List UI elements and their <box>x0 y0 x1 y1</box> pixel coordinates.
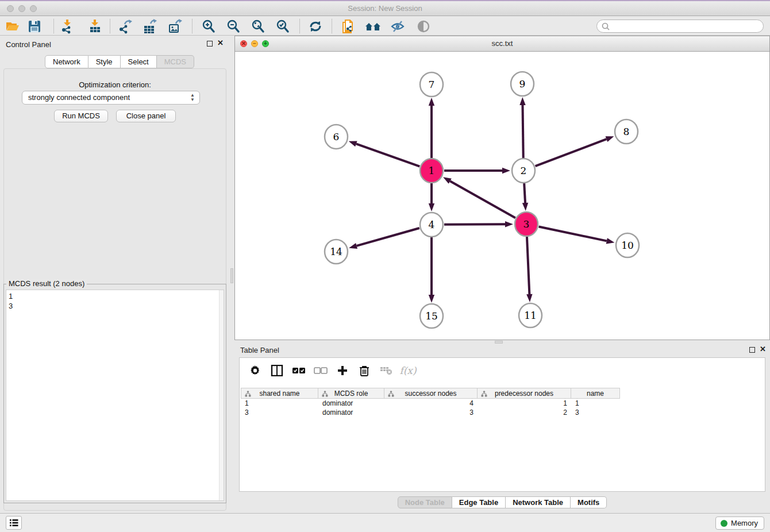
delete-table-icon[interactable] <box>378 363 395 379</box>
open-session-icon[interactable] <box>2 18 23 34</box>
graph-edge-3-11[interactable] <box>527 237 529 294</box>
close-network-button[interactable]: ✕ <box>240 40 247 47</box>
close-panel-icon[interactable]: ✕ <box>217 38 224 47</box>
task-history-list-icon[interactable] <box>6 516 22 530</box>
graph-node-4[interactable]: 4 <box>420 213 443 237</box>
cell-shared-name[interactable]: 3 <box>241 408 318 417</box>
splitter-grip[interactable] <box>495 341 503 344</box>
unselect-all-columns-icon[interactable] <box>312 363 329 379</box>
show-columns-icon[interactable] <box>268 363 286 379</box>
vertical-splitter[interactable] <box>230 36 234 513</box>
column-header-name[interactable]: name <box>571 388 620 399</box>
refresh-network-icon[interactable] <box>305 18 326 34</box>
tab-select[interactable]: Select <box>121 55 157 68</box>
tab-motifs[interactable]: Motifs <box>571 496 607 508</box>
close-table-panel-icon[interactable]: ✕ <box>760 345 766 353</box>
tab-network-table[interactable]: Network Table <box>506 496 571 508</box>
graph-node-6[interactable]: 6 <box>325 125 348 149</box>
minimize-window-button[interactable] <box>18 5 25 12</box>
graph-node-7[interactable]: 7 <box>420 72 443 97</box>
graph-node-14[interactable]: 14 <box>325 240 348 264</box>
graph-edge-arrow-4-14[interactable] <box>349 243 357 249</box>
graph-edge-arrow-2-3[interactable] <box>522 203 528 211</box>
memory-button[interactable]: Memory <box>715 516 764 530</box>
column-header-predecessor-nodes[interactable]: predecessor nodes <box>478 388 571 399</box>
horizontal-splitter[interactable] <box>234 340 770 345</box>
graph-edge-3-1[interactable] <box>450 181 515 218</box>
zoom-window-button[interactable] <box>30 5 37 12</box>
column-header-shared-name[interactable]: shared name <box>241 388 318 399</box>
graph-edge-arrow-1-7[interactable] <box>429 98 434 106</box>
graph-edge-arrow-1-6[interactable] <box>349 141 357 147</box>
graph-edge-4-3[interactable] <box>444 224 505 225</box>
splitter-grip[interactable] <box>230 268 233 283</box>
graph-node-15[interactable]: 15 <box>420 304 443 328</box>
cell-successor-nodes[interactable]: 4 <box>384 399 478 408</box>
tab-network[interactable]: Network <box>45 55 88 68</box>
first-neighbors-icon[interactable] <box>363 18 383 34</box>
tab-node-table[interactable]: Node Table <box>398 496 452 508</box>
cell-predecessor-nodes[interactable]: 1 <box>478 399 571 408</box>
create-column-plus-icon[interactable] <box>334 363 351 379</box>
clone-network-icon[interactable] <box>337 18 358 34</box>
close-panel-button[interactable]: Close panel <box>116 110 176 122</box>
graph-edge-arrow-4-3[interactable] <box>505 221 513 227</box>
mcds-result-text[interactable]: 1 3 <box>6 290 224 501</box>
cell-name[interactable]: 1 <box>571 399 620 408</box>
cell-name[interactable]: 3 <box>571 408 620 417</box>
maximize-network-button[interactable]: + <box>262 40 269 47</box>
graph-node-9[interactable]: 9 <box>511 72 534 96</box>
function-builder-icon[interactable]: f(x) <box>399 363 417 379</box>
search-box[interactable] <box>596 20 764 33</box>
zoom-selected-icon[interactable] <box>272 18 293 34</box>
cell-predecessor-nodes[interactable]: 2 <box>478 408 571 417</box>
graph-edge-arrow-3-10[interactable] <box>606 238 615 244</box>
graph-node-2[interactable]: 2 <box>512 159 535 183</box>
cell-successor-nodes[interactable]: 3 <box>384 408 478 417</box>
graph-node-11[interactable]: 11 <box>519 303 542 327</box>
float-table-panel-icon[interactable] <box>749 347 755 353</box>
table-row[interactable]: 1 dominator 4 1 1 <box>241 399 620 408</box>
network-graph[interactable]: 1234678910111415 <box>235 52 769 340</box>
graph-edge-2-8[interactable] <box>536 139 607 166</box>
export-table-icon[interactable] <box>140 18 160 34</box>
cell-mcds-role[interactable]: dominator <box>318 399 384 408</box>
graph-edge-arrow-2-8[interactable] <box>606 136 614 142</box>
graph-node-1[interactable]: 1 <box>420 159 443 183</box>
export-image-icon[interactable] <box>165 18 186 34</box>
table-settings-gear-icon[interactable] <box>247 363 264 379</box>
tab-style[interactable]: Style <box>88 55 121 68</box>
zoom-fit-icon[interactable] <box>248 18 268 34</box>
graph-edge-arrow-3-1[interactable] <box>443 177 452 183</box>
graph-edge-arrow-4-15[interactable] <box>429 295 434 303</box>
delete-column-trash-icon[interactable] <box>356 363 373 379</box>
search-input[interactable] <box>610 22 754 30</box>
hide-selected-icon[interactable] <box>387 18 408 34</box>
column-header-successor-nodes[interactable]: successor nodes <box>384 388 478 399</box>
column-header-mcds-role[interactable]: MCDS role <box>318 388 384 399</box>
result-scrollbar[interactable] <box>219 290 224 500</box>
graph-node-8[interactable]: 8 <box>615 119 638 144</box>
graph-edge-arrow-3-11[interactable] <box>526 294 532 302</box>
save-session-icon[interactable] <box>24 18 45 34</box>
graph-edge-1-6[interactable] <box>356 144 419 166</box>
network-canvas[interactable]: 1234678910111415 <box>235 52 769 340</box>
import-network-icon[interactable] <box>57 18 78 34</box>
graph-edge-2-9[interactable] <box>522 105 523 158</box>
graph-node-10[interactable]: 10 <box>616 233 639 257</box>
table-row[interactable]: 3 dominator 3 2 3 <box>241 408 620 417</box>
zoom-out-icon[interactable] <box>223 18 244 34</box>
select-all-columns-icon[interactable] <box>290 363 307 379</box>
graph-edge-3-10[interactable] <box>539 227 607 241</box>
graph-edge-arrow-1-4[interactable] <box>429 203 434 211</box>
close-window-button[interactable] <box>7 5 14 12</box>
show-all-icon[interactable] <box>413 18 434 34</box>
run-mcds-button[interactable]: Run MCDS <box>54 110 108 122</box>
graph-edge-arrow-2-9[interactable] <box>519 97 525 105</box>
tab-mcds[interactable]: MCDS <box>157 55 194 68</box>
import-table-icon[interactable] <box>84 18 105 34</box>
tab-edge-table[interactable]: Edge Table <box>452 496 506 508</box>
zoom-in-icon[interactable] <box>198 18 219 34</box>
graph-edge-4-14[interactable] <box>357 228 419 246</box>
export-network-icon[interactable] <box>115 18 136 34</box>
